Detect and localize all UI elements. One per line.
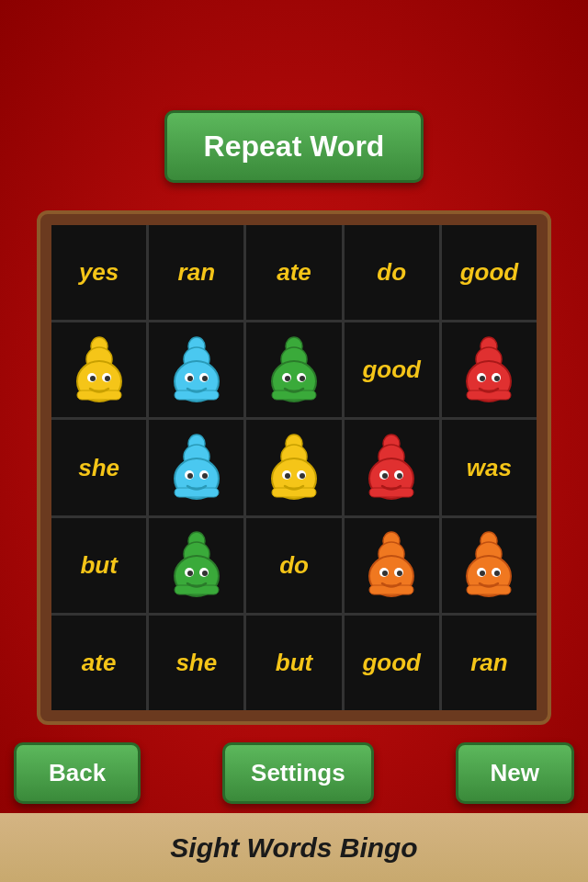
svg-point-54 (382, 473, 388, 479)
svg-point-7 (105, 376, 110, 381)
grid-cell[interactable] (51, 322, 146, 417)
cell-word-text: good (362, 356, 421, 384)
grid-cell[interactable]: was (442, 420, 537, 514)
grid-cell[interactable]: ate (246, 225, 341, 320)
cell-word-text: she (78, 454, 119, 482)
svg-point-14 (187, 376, 193, 381)
cell-word-text: but (80, 551, 117, 580)
grid-cell[interactable] (442, 518, 537, 613)
svg-point-47 (300, 473, 305, 479)
grid-cell[interactable]: good (345, 322, 439, 417)
svg-point-30 (480, 376, 485, 381)
app-title: Sight Words Bingo (170, 832, 417, 864)
grid-cell[interactable] (149, 518, 243, 613)
cell-word-text: good (362, 649, 421, 677)
grid-cell[interactable]: she (51, 420, 146, 514)
grid-cell[interactable]: ran (149, 225, 243, 320)
cell-word-text: do (279, 551, 309, 580)
cell-word-text: was (467, 454, 512, 482)
grid-cell[interactable] (345, 518, 439, 613)
svg-point-31 (494, 376, 500, 381)
grid-cell[interactable] (442, 322, 537, 417)
repeat-word-button[interactable]: Repeat Word (164, 110, 424, 183)
svg-point-71 (397, 571, 402, 576)
svg-point-70 (382, 571, 388, 576)
grid-cells: yesranatedogood (51, 225, 537, 710)
grid-cell[interactable] (149, 420, 243, 514)
cell-word-text: ran (470, 649, 507, 677)
cell-word-text: but (276, 649, 312, 677)
svg-point-39 (202, 473, 208, 479)
cell-word-text: do (377, 258, 406, 287)
grid-cell[interactable]: do (345, 225, 439, 320)
grid-cell[interactable]: ate (51, 616, 146, 710)
grid-cell[interactable]: good (442, 225, 537, 320)
cell-word-text: she (175, 649, 217, 677)
button-row: Back Settings New (0, 742, 588, 804)
cell-word-text: good (460, 258, 519, 287)
grid-cell[interactable]: she (149, 616, 243, 710)
grid-cell[interactable]: yes (51, 225, 146, 320)
svg-point-23 (300, 376, 305, 381)
back-button[interactable]: Back (14, 742, 141, 804)
settings-button[interactable]: Settings (222, 742, 374, 804)
svg-point-79 (494, 571, 500, 576)
cell-word-text: ate (277, 258, 311, 287)
svg-point-6 (90, 376, 96, 381)
new-button[interactable]: New (456, 742, 574, 804)
svg-point-63 (202, 571, 208, 576)
footer-bar: Sight Words Bingo (0, 813, 588, 882)
bingo-grid: yesranatedogood (37, 210, 551, 725)
grid-cell[interactable]: ran (442, 616, 537, 710)
grid-cell[interactable]: but (51, 518, 146, 613)
grid-cell[interactable] (246, 322, 341, 417)
svg-point-62 (187, 571, 193, 576)
svg-point-38 (187, 473, 193, 479)
svg-point-15 (202, 376, 208, 381)
cell-word-text: ate (82, 649, 117, 677)
svg-point-22 (285, 376, 290, 381)
grid-cell[interactable]: do (246, 518, 341, 613)
grid-cell[interactable] (149, 322, 243, 417)
svg-point-78 (480, 571, 485, 576)
cell-word-text: yes (79, 258, 119, 287)
svg-point-55 (397, 473, 402, 479)
cell-word-text: ran (178, 258, 215, 287)
grid-cell[interactable] (345, 420, 439, 514)
grid-cell[interactable]: but (246, 616, 341, 710)
svg-point-46 (285, 473, 290, 479)
grid-cell[interactable] (246, 420, 341, 514)
grid-cell[interactable]: good (345, 616, 439, 710)
